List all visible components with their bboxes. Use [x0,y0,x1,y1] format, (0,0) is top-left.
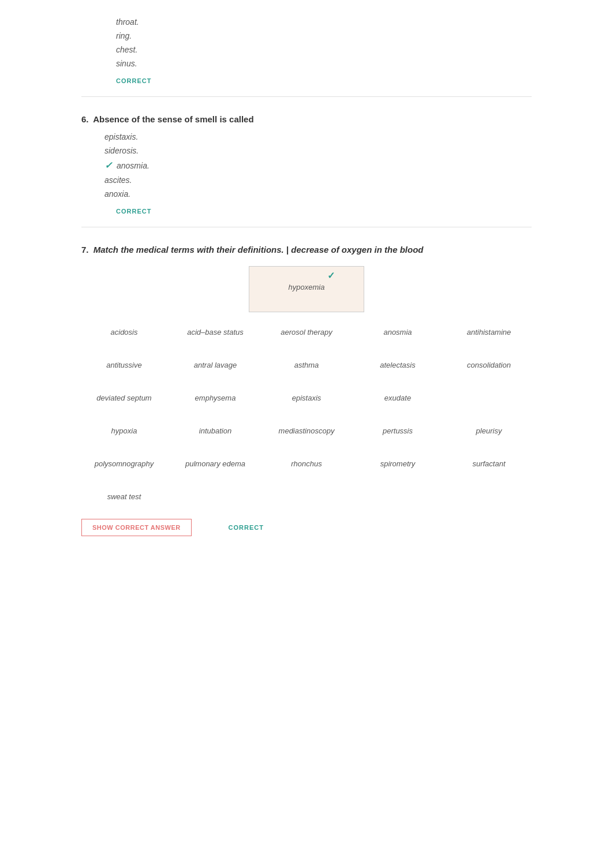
word-bank-grid: acidosis acid–base status aerosol therap… [81,321,532,474]
word-bank-last-row: sweat test [81,486,532,507]
word-epistaxis[interactable]: epistaxis [264,387,349,409]
word-emphysema[interactable]: emphysema [173,387,258,409]
word-pertussis[interactable]: pertussis [355,420,440,442]
option-ascites: ascites. [104,175,532,185]
list-item: throat. [116,17,532,27]
correct-badge: CORRECT [116,77,151,84]
question-6-number: 6. [81,114,89,124]
word-acid-base-status[interactable]: acid–base status [173,321,258,343]
word-spirometry[interactable]: spirometry [355,453,440,474]
option-anosmia: ✓ anosmia. [104,160,532,171]
drop-check-icon: ✓ [327,270,335,281]
question-7-heading: 7. Match the medical terms with their de… [81,245,532,255]
question-6-heading: 6. Absence of the sense of smell is call… [81,114,532,124]
question-7-number: 7. [81,245,89,255]
list-item: chest. [116,45,532,54]
list-item: ring. [116,31,532,40]
word-surfactant[interactable]: surfactant [446,453,532,474]
word-consolidation[interactable]: consolidation [446,354,532,376]
top-answer-list: throat. ring. chest. sinus. [116,17,532,68]
list-item: sinus. [116,59,532,68]
option-siderosis: siderosis. [104,146,532,155]
word-deviated-septum[interactable]: deviated septum [81,387,167,409]
top-list-section: throat. ring. chest. sinus. CORRECT [81,17,532,97]
question-7-section: 7. Match the medical terms with their de… [81,245,532,543]
word-rhonchus[interactable]: rhonchus [264,453,349,474]
word-empty1 [446,387,532,409]
word-atelectasis[interactable]: atelectasis [355,354,440,376]
correct-badge-q6: CORRECT [116,208,151,215]
word-asthma[interactable]: asthma [264,354,349,376]
show-correct-answer-button[interactable]: SHOW CORRECT ANSWER [81,519,192,536]
question-6-text: Absence of the sense of smell is called [93,114,253,124]
word-polysomnography[interactable]: polysomnography [81,453,167,474]
word-acidosis[interactable]: acidosis [81,321,167,343]
drop-zone-row: ✓ hypoxemia [81,266,532,312]
option-epistaxis: epistaxis. [104,132,532,141]
question-6-section: 6. Absence of the sense of smell is call… [81,114,532,227]
correct-checkmark: ✓ [104,160,112,171]
word-antihistamine[interactable]: antihistamine [446,321,532,343]
drop-zone[interactable]: ✓ hypoxemia [249,266,364,312]
word-mediastinoscopy[interactable]: mediastinoscopy [264,420,349,442]
question-6-options: epistaxis. siderosis. ✓ anosmia. ascites… [104,132,532,199]
dropped-term: hypoxemia [289,283,325,291]
word-intubation[interactable]: intubation [173,420,258,442]
word-sweat-test[interactable]: sweat test [81,486,167,507]
word-pulmonary-edema[interactable]: pulmonary edema [173,453,258,474]
correct-badge-q7: CORRECT [229,524,264,531]
word-anosmia[interactable]: anosmia [355,321,440,343]
word-hypoxia[interactable]: hypoxia [81,420,167,442]
word-exudate[interactable]: exudate [355,387,440,409]
word-aerosol-therapy[interactable]: aerosol therapy [264,321,349,343]
question-7-def: decrease of oxygen in the blood [291,245,423,255]
question-7-bold: Match the medical terms with their defin… [94,245,284,255]
word-antitussive[interactable]: antitussive [81,354,167,376]
page-container: throat. ring. chest. sinus. CORRECT 6. A… [47,0,566,555]
word-antral-lavage[interactable]: antral lavage [173,354,258,376]
option-anoxia: anoxia. [104,189,532,199]
word-pleurisy[interactable]: pleurisy [446,420,532,442]
